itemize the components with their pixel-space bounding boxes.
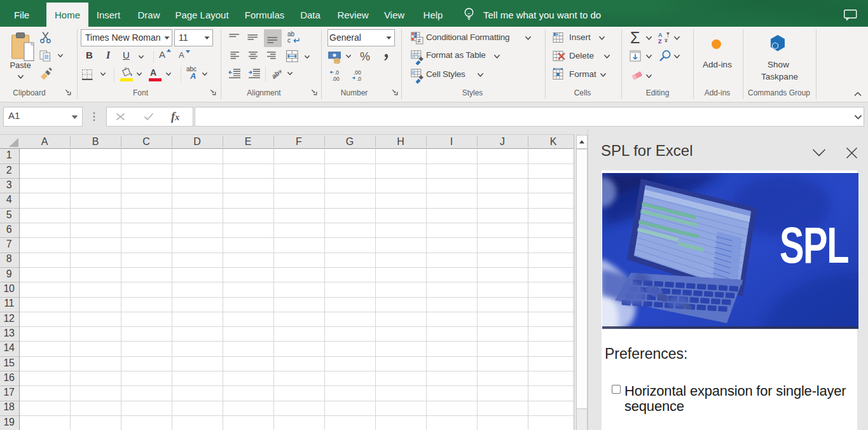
svg-text:A: A: [658, 32, 663, 38]
svg-text:Z: Z: [658, 38, 662, 45]
svg-text:.00: .00: [332, 76, 340, 82]
svg-text:SPL: SPL: [780, 217, 848, 274]
svg-text:≠: ≠: [418, 38, 421, 44]
svg-text:.0: .0: [357, 76, 361, 82]
